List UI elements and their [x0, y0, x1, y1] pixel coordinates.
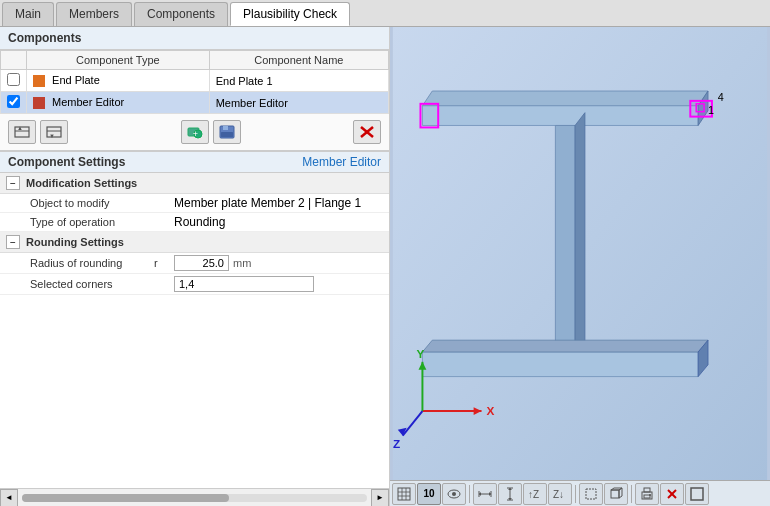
vt-eye-button[interactable] — [442, 483, 466, 505]
row-checkbox[interactable] — [7, 95, 20, 108]
col-check — [1, 51, 27, 70]
scroll-left[interactable]: ◄ — [0, 489, 18, 507]
vt-sep3 — [631, 485, 632, 503]
svg-marker-31 — [422, 106, 698, 126]
vt-maximize-button[interactable] — [685, 483, 709, 505]
svg-text:↑Z: ↑Z — [528, 489, 539, 500]
col-name: Component Name — [209, 51, 388, 70]
svg-text:Y: Y — [417, 347, 425, 361]
settings-row-radius: Radius of rounding r mm — [0, 253, 389, 274]
vt-box-button[interactable] — [604, 483, 628, 505]
components-toolbar: ▲ ▼ + — [0, 114, 389, 151]
value-corners — [174, 276, 389, 292]
settings-row-corners: Selected corners — [0, 274, 389, 295]
main-container: Main Members Components Plausibility Che… — [0, 0, 770, 506]
svg-text:▼: ▼ — [49, 133, 55, 139]
svg-rect-72 — [611, 490, 619, 498]
label-radius: Radius of rounding — [24, 257, 154, 269]
vt-print-button[interactable] — [635, 483, 659, 505]
vt-resize-v-button[interactable] — [498, 483, 522, 505]
viewport-toolbar: 10 ↑Z Z↓ — [390, 480, 770, 506]
group-toggle-modification[interactable]: − — [6, 176, 20, 190]
svg-text:X: X — [486, 404, 494, 418]
value-object: Member plate Member 2 | Flange 1 — [174, 196, 389, 210]
vt-z-down-button[interactable]: Z↓ — [548, 483, 572, 505]
row-name: Member Editor — [209, 92, 388, 114]
vt-sep2 — [575, 485, 576, 503]
col-type: Component Type — [27, 51, 210, 70]
settings-row-operation: Type of operation Rounding — [0, 213, 389, 232]
vt-close-button[interactable] — [660, 483, 684, 505]
save-button[interactable] — [213, 120, 241, 144]
svg-text:Z↓: Z↓ — [553, 489, 564, 500]
vt-rect-button[interactable] — [579, 483, 603, 505]
row-checkbox-cell[interactable] — [1, 70, 27, 92]
table-row[interactable]: Member Editor Member Editor — [1, 92, 389, 114]
horizontal-scrollbar[interactable]: ◄ ► — [0, 488, 389, 506]
delete-button[interactable] — [353, 120, 381, 144]
svg-rect-77 — [644, 495, 650, 498]
svg-point-78 — [649, 494, 651, 496]
row-type: Member Editor — [27, 92, 210, 114]
settings-header: Component Settings Member Editor — [0, 151, 389, 173]
value-radius: mm — [174, 255, 389, 271]
svg-rect-11 — [221, 132, 233, 137]
svg-text:4: 4 — [718, 91, 724, 103]
svg-marker-34 — [575, 113, 585, 352]
left-panel: Components Component Type Component Name — [0, 27, 390, 506]
tab-plausibility[interactable]: Plausibility Check — [230, 2, 350, 26]
vt-z-up-button[interactable]: ↑Z — [523, 483, 547, 505]
svg-rect-10 — [223, 126, 228, 130]
radius-unit: mm — [233, 257, 251, 269]
beam-3d-scene: 4 1 X Y Z — [390, 27, 770, 480]
svg-point-58 — [452, 492, 456, 496]
value-operation: Rounding — [174, 215, 389, 229]
svg-rect-76 — [644, 488, 650, 492]
vt-number-button[interactable]: 10 — [417, 483, 441, 505]
settings-title: Component Settings — [8, 155, 125, 169]
svg-rect-71 — [586, 489, 596, 499]
rounding-settings-header[interactable]: − Rounding Settings — [0, 232, 389, 253]
tab-main[interactable]: Main — [2, 2, 54, 26]
svg-text:Z: Z — [393, 437, 400, 451]
move-down-button[interactable]: ▼ — [40, 120, 68, 144]
svg-rect-81 — [691, 488, 703, 500]
settings-content: − Modification Settings Object to modify… — [0, 173, 389, 488]
scroll-track[interactable] — [22, 494, 367, 502]
row-checkbox-cell[interactable] — [1, 92, 27, 114]
svg-marker-33 — [555, 125, 575, 352]
radius-input[interactable] — [174, 255, 229, 271]
move-up-button[interactable]: ▲ — [8, 120, 36, 144]
table-row[interactable]: End Plate End Plate 1 — [1, 70, 389, 92]
key-radius: r — [154, 257, 174, 269]
svg-rect-52 — [398, 488, 410, 500]
svg-marker-74 — [619, 488, 622, 498]
content-area: Components Component Type Component Name — [0, 27, 770, 506]
corners-input[interactable] — [174, 276, 314, 292]
label-object: Object to modify — [24, 197, 154, 209]
settings-row-object: Object to modify Member plate Member 2 |… — [0, 194, 389, 213]
vt-resize-h-button[interactable] — [473, 483, 497, 505]
modification-settings-header[interactable]: − Modification Settings — [0, 173, 389, 194]
tab-members[interactable]: Members — [56, 2, 132, 26]
modification-settings-group: − Modification Settings Object to modify… — [0, 173, 389, 232]
row-name: End Plate 1 — [209, 70, 388, 92]
modification-settings-label: Modification Settings — [26, 177, 137, 189]
svg-marker-36 — [422, 340, 708, 352]
components-header: Components — [0, 27, 389, 50]
rounding-settings-label: Rounding Settings — [26, 236, 124, 248]
tab-components[interactable]: Components — [134, 2, 228, 26]
svg-text:+: + — [192, 129, 197, 139]
row-checkbox[interactable] — [7, 73, 20, 86]
group-toggle-rounding[interactable]: − — [6, 235, 20, 249]
row-type: End Plate — [27, 70, 210, 92]
svg-marker-35 — [422, 352, 698, 377]
settings-component-name: Member Editor — [302, 155, 381, 169]
svg-text:1: 1 — [708, 104, 714, 116]
add-button[interactable]: + — [181, 120, 209, 144]
scroll-right[interactable]: ► — [371, 489, 389, 507]
svg-marker-30 — [422, 91, 708, 106]
vt-grid-button[interactable] — [392, 483, 416, 505]
scroll-thumb[interactable] — [22, 494, 229, 502]
label-operation: Type of operation — [24, 216, 154, 228]
